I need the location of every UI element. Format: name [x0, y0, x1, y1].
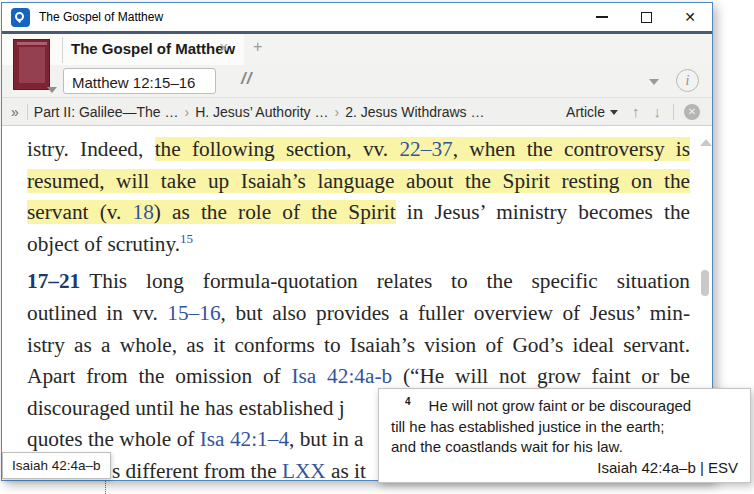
resource-cover-thumbnail[interactable]	[13, 39, 50, 90]
text-segment: (“He will not grow faint or be	[392, 364, 690, 388]
popup-citation: Isaiah 42:4a–b | ESV	[391, 458, 738, 479]
info-button[interactable]: i	[676, 69, 699, 92]
breadcrumb-item[interactable]: 2. Jesus Withdraws …	[345, 104, 484, 120]
maximize-icon	[641, 12, 652, 23]
minimize-icon	[596, 16, 608, 18]
text-segment: istry. Indeed,	[27, 137, 155, 161]
window-controls: ✕	[580, 3, 712, 31]
tab-close-icon[interactable]: ×	[219, 39, 228, 57]
previous-article-button[interactable]: ↑	[632, 103, 640, 120]
verse-text: He will not grow faint or be discouraged	[429, 397, 692, 414]
scripture-link[interactable]: 15–16	[167, 301, 220, 325]
cover-art	[19, 47, 45, 83]
text-line: resumed, will take up Isaiah’s language …	[27, 166, 690, 198]
breadcrumb-controls: Article ↑ ↓ ✕	[566, 103, 712, 120]
breadcrumb-bar: » Part II: Galilee—The …›H. Jesus’ Autho…	[2, 98, 712, 126]
text-line: servant (v. 18) as the role of the Spiri…	[27, 197, 690, 229]
crumb-separator-icon: ›	[335, 104, 340, 120]
text-segment: discouraged until he has established j	[27, 396, 345, 420]
reference-input[interactable]	[63, 68, 216, 94]
scripture-link[interactable]: Isa 42:4a-b	[291, 364, 392, 388]
tooltip-dotted-tail	[105, 481, 106, 494]
text-segment: servant (v.	[27, 200, 132, 224]
text-line: 17–21This long formula-quotation relates…	[27, 266, 690, 298]
scripture-link[interactable]: 22–37	[399, 137, 452, 161]
scripture-link[interactable]: LXX	[282, 459, 326, 480]
link-tooltip: Isaiah 42:4a–b	[2, 452, 111, 479]
window-title: The Gospel of Matthew	[39, 10, 163, 24]
text-segment: This long formula-quotation relates to t…	[89, 269, 690, 293]
breadcrumb: Part II: Galilee—The …›H. Jesus’ Authori…	[34, 104, 485, 120]
verse-preview-popup: 4He will not grow faint or be discourage…	[378, 388, 751, 483]
tab-strip-background	[244, 34, 712, 65]
popup-verse-line: till he has established justice in the e…	[391, 417, 738, 438]
breadcrumb-divider	[27, 104, 28, 120]
scripture-link[interactable]: Isa 42:1–4	[200, 427, 289, 451]
parallel-resources-icon[interactable]: //	[241, 69, 252, 89]
verse-number: 4	[405, 396, 411, 407]
minimize-button[interactable]	[580, 3, 624, 31]
footnote-link[interactable]: 15	[180, 231, 193, 246]
next-article-button[interactable]: ↓	[654, 103, 662, 120]
text-segment: , but also provides a fuller overview of…	[221, 301, 690, 325]
popup-verse-line: and the coastlands wait for his law.	[391, 437, 738, 458]
article-caret-icon[interactable]	[610, 110, 618, 115]
tab-gospel-of-matthew[interactable]: The Gospel of Matthew	[71, 40, 235, 57]
text-segment: istry as a whole, as it conforms to Isai…	[27, 333, 690, 357]
text-segment: s different from the	[112, 459, 282, 480]
maximize-button[interactable]	[624, 3, 668, 31]
breadcrumb-item[interactable]: Part II: Galilee—The …	[34, 104, 179, 120]
text-segment: Apart from the omission of	[27, 364, 291, 388]
article-dropdown[interactable]: Article	[566, 104, 605, 120]
cover-menu-caret-icon[interactable]	[47, 87, 57, 93]
text-segment: , but in a	[289, 427, 364, 451]
text-segment: quotes the whole of	[27, 427, 200, 451]
text-line: istry as a whole, as it conforms to Isai…	[27, 330, 690, 362]
text-segment: object of scrutiny.	[27, 232, 180, 256]
app-logo-icon	[11, 8, 30, 27]
scroll-up-arrow-icon[interactable]	[700, 139, 712, 146]
text-segment: , when the controversy is	[453, 137, 690, 161]
crumb-separator-icon: ›	[185, 104, 190, 120]
text-segment: outlined in vv.	[27, 301, 167, 325]
text-segment: ) as the role of the Spirit	[154, 200, 396, 224]
text-segment: vv.	[363, 137, 400, 161]
history-dropdown-icon[interactable]	[649, 79, 659, 85]
title-bar: The Gospel of Matthew ✕	[2, 3, 712, 31]
text-line: outlined in vv. 15–16, but also provides…	[27, 298, 690, 330]
scrollbar-thumb[interactable]	[701, 270, 709, 296]
tab-separator	[62, 37, 63, 63]
text-segment: in Jesus’ ministry becomes the	[396, 200, 690, 224]
verse-range-heading: 17–21	[27, 269, 80, 293]
close-icon: ✕	[684, 10, 696, 24]
breadcrumb-divider	[673, 104, 674, 120]
scripture-link[interactable]: 18	[132, 200, 153, 224]
text-line: object of scrutiny.15	[27, 229, 690, 261]
close-button[interactable]: ✕	[668, 3, 712, 31]
text-segment: resumed, will take up Isaiah’s language …	[27, 169, 690, 193]
new-tab-button[interactable]: +	[253, 38, 262, 56]
text-line: istry. Indeed, the following section, vv…	[27, 134, 690, 166]
breadcrumb-item[interactable]: H. Jesus’ Authority …	[195, 104, 328, 120]
cover-art-stripe	[17, 42, 47, 45]
text-segment: the following section,	[155, 137, 363, 161]
breadcrumb-expand-icon[interactable]: »	[11, 104, 19, 120]
text-segment: as it	[326, 459, 366, 480]
close-circle-icon[interactable]: ✕	[684, 104, 700, 120]
popup-verse-line: 4He will not grow faint or be discourage…	[391, 396, 738, 417]
